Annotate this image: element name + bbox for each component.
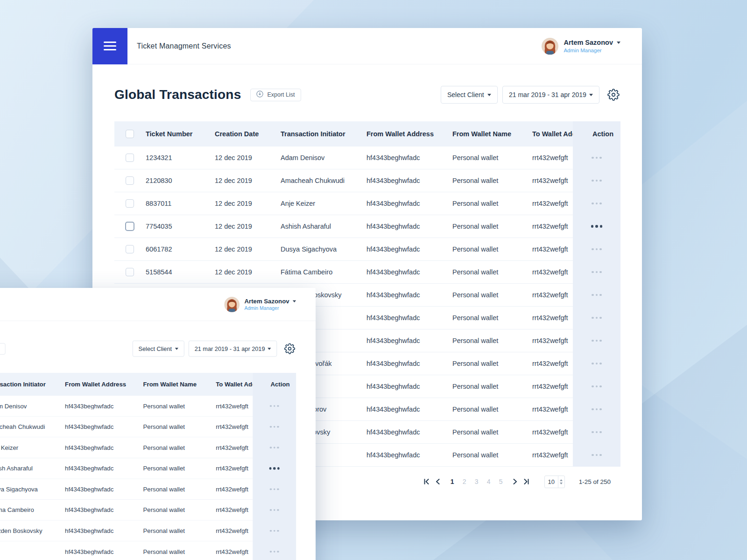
date-range-select[interactable]: 21 mar 2019 - 31 apr 2019 (189, 341, 277, 357)
page-button[interactable]: 1 (446, 478, 458, 485)
cell-from-wallet-name: Personal wallet (452, 314, 532, 322)
page-button[interactable]: 5 (495, 478, 507, 485)
last-page-button[interactable] (521, 476, 532, 487)
table-row[interactable]: 8837011 12 dec 2019 Anje Keizer hf4343be… (0, 437, 296, 458)
cell-from-wallet-name: Personal wallet (452, 268, 532, 276)
cell-from-wallet-address: hf4343beghwfadc (366, 200, 452, 207)
cell-from-wallet-name: Personal wallet (452, 360, 532, 367)
export-list-button[interactable]: Export List (0, 343, 5, 355)
cell-from-wallet-name: Personal wallet (143, 507, 216, 514)
row-actions-button[interactable] (590, 314, 604, 322)
row-actions-button[interactable] (590, 337, 604, 345)
cell-transaction-initiator: Dusya Sigachyova (281, 245, 366, 253)
page-button[interactable]: 4 (483, 478, 495, 485)
row-actions-button[interactable] (590, 268, 604, 276)
user-menu[interactable]: Artem Sazonov Admin Manager (225, 297, 296, 312)
page-button[interactable]: 2 (458, 478, 471, 485)
cell-from-wallet-name: Personal wallet (452, 406, 532, 413)
row-actions-button[interactable] (590, 291, 604, 299)
row-actions-button[interactable] (590, 451, 604, 459)
first-page-button[interactable] (421, 476, 432, 487)
table-header: Ticket Number Creation Date Transaction … (114, 121, 620, 147)
row-actions-button[interactable] (590, 428, 604, 436)
table-row[interactable]: 5158544 12 dec 2019 Fátima Cambeiro hf43… (0, 500, 296, 521)
app-window: Ticket Managment Services Artem Sazonov (0, 288, 316, 560)
export-list-button[interactable]: Export List (250, 89, 301, 101)
prev-page-button[interactable] (432, 476, 444, 487)
transactions-table: Ticket Number Creation Date Transaction … (0, 373, 296, 560)
cell-to-wallet-address: rrt432wefgft (216, 403, 253, 410)
table-header: Ticket Number Creation Date Transaction … (0, 373, 296, 396)
table-row[interactable]: hf4343beghwfadc Personal wallet rrt432we… (0, 541, 296, 560)
table-row[interactable]: 2120830 12 dec 2019 Amacheah Chukwudi hf… (0, 417, 296, 438)
cell-from-wallet-address: hf4343beghwfadc (65, 507, 143, 514)
page-size-stepper[interactable]: 10 (544, 476, 565, 488)
range-label: 1-25 of 250 (579, 478, 611, 485)
table-row[interactable]: Bogzden Boskovsky hf4343beghwfadc Person… (0, 521, 296, 542)
client-select[interactable]: Select Client (133, 341, 184, 357)
row-checkbox[interactable] (125, 222, 134, 231)
cell-to-wallet-address: rrt432wefgft (532, 428, 573, 436)
date-range-select[interactable]: 21 mar 2019 - 31 apr 2019 (502, 86, 599, 104)
cell-to-wallet-address: rrt432wefgft (216, 423, 253, 430)
cell-to-wallet-address: rrt432wefgft (532, 360, 573, 367)
page-button[interactable]: 3 (471, 478, 483, 485)
column-from-wallet-name: From Wallet Name (143, 381, 216, 388)
row-actions-button[interactable] (268, 402, 281, 409)
table-row[interactable]: 5158544 12 dec 2019 Fátima Cambeiro hf43… (114, 261, 620, 284)
row-actions-button[interactable] (268, 444, 281, 451)
row-checkbox[interactable] (126, 245, 134, 253)
user-role: Admin Manager (245, 306, 296, 311)
cell-to-wallet-address: rrt432wefgft (216, 548, 253, 555)
row-actions-button[interactable] (268, 548, 281, 555)
cell-from-wallet-address: hf4343beghwfadc (366, 360, 452, 367)
table-row[interactable]: 1234321 12 dec 2019 Adam Denisov hf4343b… (0, 396, 296, 417)
row-checkbox[interactable] (126, 268, 134, 276)
client-select[interactable]: Select Client (441, 86, 498, 104)
cell-from-wallet-name: Personal wallet (452, 337, 532, 344)
row-actions-button[interactable] (590, 360, 604, 368)
table-row[interactable]: 6061782 12 dec 2019 Dusya Sigachyova hf4… (114, 238, 620, 261)
chevron-down-icon (487, 94, 491, 96)
column-transaction-initiator: Transaction Initiator (0, 381, 65, 388)
row-checkbox[interactable] (126, 176, 134, 185)
menu-button[interactable] (92, 28, 127, 64)
gear-icon (607, 89, 620, 101)
row-actions-button[interactable] (590, 383, 604, 391)
row-checkbox[interactable] (126, 199, 134, 208)
row-actions-button[interactable] (268, 465, 282, 472)
table-row[interactable]: 7754035 12 dec 2019 Ashish Asharaful hf4… (0, 458, 296, 479)
table-row[interactable]: 7754035 12 dec 2019 Ashish Asharaful hf4… (114, 215, 620, 238)
user-name: Artem Sazonov (564, 39, 613, 46)
settings-button[interactable] (284, 343, 296, 354)
cell-to-wallet-address: rrt432wefgft (532, 268, 573, 276)
column-creation-date: Creation Date (215, 130, 281, 138)
download-icon (256, 91, 263, 99)
row-actions-button[interactable] (268, 506, 281, 513)
row-actions-button[interactable] (590, 177, 604, 185)
cell-from-wallet-name: Personal wallet (143, 486, 216, 493)
app-header: Ticket Managment Services Artem Sazonov (0, 288, 316, 321)
chevron-down-icon (293, 300, 296, 302)
row-actions-button[interactable] (590, 245, 604, 253)
row-actions-button[interactable] (590, 154, 604, 162)
row-actions-button[interactable] (590, 200, 604, 208)
next-page-button[interactable] (510, 476, 521, 487)
row-actions-button[interactable] (268, 423, 281, 430)
row-actions-button[interactable] (268, 486, 281, 493)
stepper-arrows-icon[interactable] (558, 476, 564, 488)
row-checkbox[interactable] (126, 154, 134, 162)
table-row[interactable]: 8837011 12 dec 2019 Anje Keizer hf4343be… (114, 192, 620, 215)
table-row[interactable]: 6061782 12 dec 2019 Dusya Sigachyova hf4… (0, 479, 296, 500)
select-all-checkbox[interactable] (126, 130, 134, 138)
table-row[interactable]: 2120830 12 dec 2019 Amacheah Chukwudi hf… (114, 169, 620, 192)
user-menu[interactable]: Artem Sazonov Admin Manager (542, 38, 620, 55)
cell-transaction-initiator: Fátima Cambeiro (281, 268, 366, 276)
row-actions-button[interactable] (590, 406, 604, 413)
row-actions-button[interactable] (268, 527, 281, 534)
row-actions-button[interactable] (589, 222, 605, 231)
cell-from-wallet-address: hf4343beghwfadc (366, 314, 452, 322)
cell-from-wallet-address: hf4343beghwfadc (65, 486, 143, 493)
settings-button[interactable] (607, 88, 620, 101)
table-row[interactable]: 1234321 12 dec 2019 Adam Denisov hf4343b… (114, 147, 620, 169)
